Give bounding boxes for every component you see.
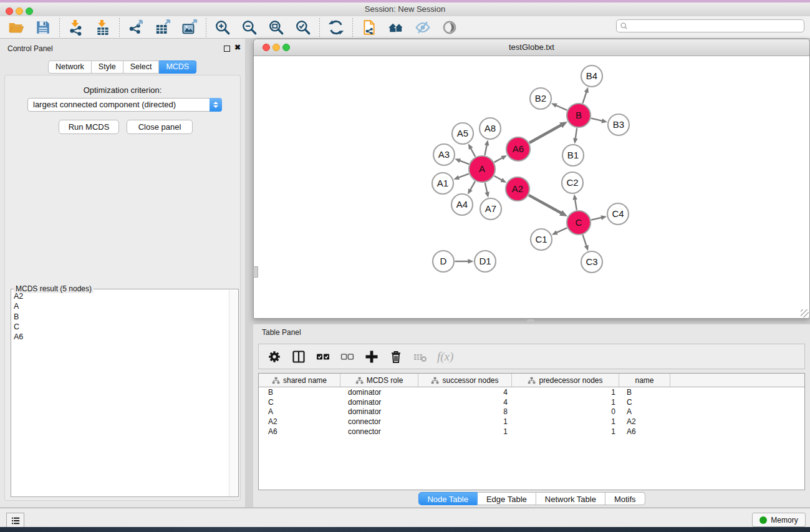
graph-node-label-D: D [440, 256, 447, 266]
deselect-all-rows-icon[interactable] [340, 349, 355, 364]
task-history-button[interactable] [6, 513, 24, 528]
resize-grip-icon[interactable] [801, 309, 809, 317]
graph-edge-A-A3[interactable] [460, 160, 469, 164]
graph-edge-A-A2[interactable] [494, 176, 503, 180]
node-table[interactable]: shared nameMCDS rolesuccessor nodesprede… [258, 373, 805, 490]
graph-edge-C-C3[interactable] [582, 235, 586, 246]
tab-node-table[interactable]: Node Table [418, 492, 478, 505]
graph-edge-C-C4[interactable] [591, 218, 602, 220]
refresh-layout-icon[interactable] [328, 19, 344, 36]
new-network-from-selection-icon[interactable] [361, 19, 377, 36]
panel-splitter-handle[interactable] [527, 319, 534, 322]
graph-edge-A6-B[interactable] [529, 125, 562, 143]
graph-edge-C-C1[interactable] [556, 228, 567, 233]
result-item[interactable]: A6 [14, 332, 229, 342]
save-session-icon[interactable] [35, 19, 51, 36]
dropdown-stepper-icon[interactable] [210, 98, 222, 112]
optimization-criterion-dropdown[interactable]: largest connected component (directed) [27, 98, 222, 112]
graph-edge-A-A6[interactable] [494, 158, 503, 162]
import-network-icon[interactable] [68, 19, 84, 36]
graph-edge-A2-C[interactable] [529, 195, 561, 213]
tab-select[interactable]: Select [123, 60, 160, 74]
memory-button[interactable]: Memory [752, 513, 806, 527]
column-hierarchy-icon [272, 377, 280, 384]
toggle-columns-icon[interactable] [291, 349, 306, 364]
show-all-icon[interactable] [441, 19, 458, 36]
table-settings-icon[interactable] [267, 349, 282, 364]
graph-edge-A-A4[interactable] [470, 181, 475, 190]
result-item[interactable]: A [14, 301, 229, 311]
tab-style[interactable]: Style [92, 60, 123, 74]
network-maximize-button[interactable] [282, 44, 290, 51]
table-row[interactable]: A2connector11A2 [259, 417, 804, 427]
table-toolbar: f(x) [258, 344, 805, 369]
graph-edge-A-A1[interactable] [458, 174, 469, 178]
graph-edge-B-B1[interactable] [576, 128, 577, 138]
open-session-icon[interactable] [8, 19, 24, 36]
float-panel-icon[interactable] [224, 46, 230, 52]
mcds-result-title: MCDS result (5 nodes) [14, 284, 94, 293]
zoom-in-icon[interactable] [215, 19, 231, 36]
delete-table-icon[interactable] [413, 349, 428, 364]
status-bar: Memory [0, 508, 810, 527]
search-box[interactable] [616, 19, 804, 32]
tab-network-table[interactable]: Network Table [536, 492, 605, 505]
zoom-out-icon[interactable] [241, 19, 258, 36]
table-row[interactable]: Bdominator41B [259, 387, 804, 397]
optimization-criterion-label: Optimization criterion: [5, 85, 240, 95]
mcds-result-scrollbar[interactable] [229, 290, 238, 496]
graph-edge-B-B3[interactable] [591, 118, 602, 121]
tab-mcds[interactable]: MCDS [159, 60, 196, 74]
tab-motifs[interactable]: Motifs [605, 492, 645, 505]
zoom-fit-icon[interactable] [268, 19, 284, 36]
result-item[interactable]: B [14, 312, 229, 322]
network-close-button[interactable] [263, 44, 270, 51]
network-canvas[interactable]: B4B2BB3A8A5A6A3B1AC2A1A2A4A7C4CC1DD1C3 [254, 56, 809, 318]
minimize-window-button[interactable] [16, 7, 23, 15]
function-builder-button[interactable]: f(x) [437, 350, 453, 364]
export-network-icon[interactable] [128, 19, 144, 36]
delete-columns-icon[interactable] [388, 349, 403, 364]
tab-edge-table[interactable]: Edge Table [478, 492, 536, 505]
add-column-icon[interactable] [364, 349, 379, 364]
column-header-predecessor-nodes[interactable]: predecessor nodes [512, 374, 619, 387]
close-window-button[interactable] [6, 7, 13, 15]
search-input[interactable] [629, 19, 804, 32]
result-item[interactable]: C [14, 322, 229, 332]
run-mcds-button[interactable]: Run MCDS [59, 120, 119, 134]
mcds-result-list[interactable]: A2ABCA6 [11, 290, 229, 496]
graph-edge-A-A8[interactable] [485, 145, 486, 155]
table-cell: 1 [512, 388, 619, 397]
table-row[interactable]: A6connector11A6 [259, 427, 804, 437]
export-image-icon[interactable] [181, 19, 198, 36]
hide-selected-icon[interactable] [415, 19, 431, 36]
table-row[interactable]: Adominator80A [259, 407, 804, 417]
network-minimize-button[interactable] [272, 44, 280, 51]
zoom-selected-icon[interactable] [295, 19, 311, 36]
network-window-titlebar[interactable]: testGlobe.txt [254, 39, 809, 56]
graph-edge-A-A7[interactable] [485, 183, 488, 193]
table-row[interactable]: Cdominator41C [259, 397, 804, 407]
first-neighbors-icon[interactable] [388, 19, 404, 36]
close-panel-icon[interactable]: ✖ [234, 43, 241, 52]
table-cell: connector [340, 427, 418, 436]
export-table-icon[interactable] [155, 19, 171, 36]
table-header-row: shared nameMCDS rolesuccessor nodesprede… [259, 374, 804, 387]
column-header-shared-name[interactable]: shared name [259, 374, 340, 387]
column-header-name[interactable]: name [619, 374, 670, 387]
maximize-window-button[interactable] [26, 7, 33, 15]
select-all-rows-icon[interactable] [316, 349, 330, 364]
import-table-icon[interactable] [95, 19, 111, 36]
memory-status-icon [759, 516, 767, 524]
column-header-successor-nodes[interactable]: successor nodes [418, 374, 512, 387]
graph-edge-B-B2[interactable] [556, 105, 567, 110]
graph-edge-A-A5[interactable] [471, 148, 476, 157]
graph-edge-C-C2[interactable] [575, 199, 577, 210]
tab-network[interactable]: Network [48, 60, 92, 74]
canvas-left-handle[interactable] [253, 266, 258, 278]
graph-edge-B-B4[interactable] [582, 92, 586, 103]
column-header-MCDS-role[interactable]: MCDS role [340, 374, 418, 387]
network-graph[interactable]: B4B2BB3A8A5A6A3B1AC2A1A2A4A7C4CC1DD1C3 [254, 56, 809, 318]
graph-node-label-B3: B3 [613, 119, 624, 130]
close-panel-button[interactable]: Close panel [127, 120, 193, 134]
